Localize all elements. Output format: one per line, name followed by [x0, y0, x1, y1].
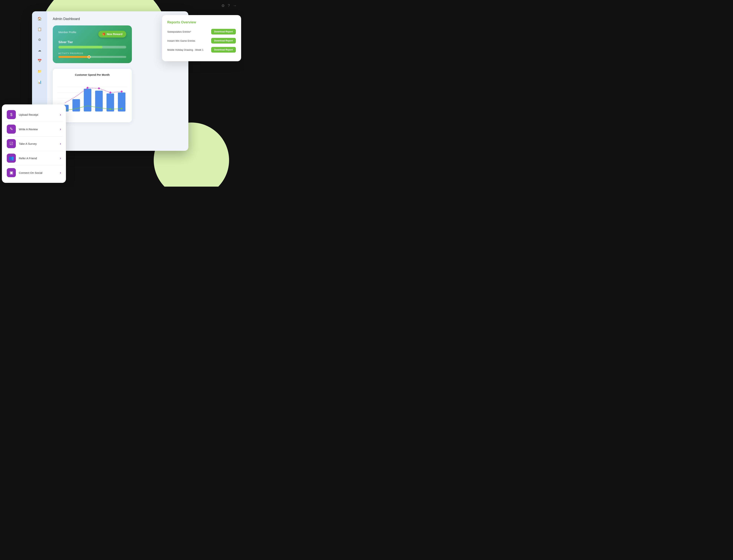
- connect-social-label: Connect On Social: [19, 171, 57, 174]
- reports-panel: Reports Overview Sweepstakes Entries* Do…: [162, 15, 241, 61]
- write-review-chevron: ›: [60, 127, 61, 131]
- svg-point-12: [98, 87, 100, 89]
- report-name-2: Instant Win Game Entries: [167, 39, 195, 42]
- svg-point-11: [87, 87, 89, 89]
- sidebar-item-cloud[interactable]: ☁: [36, 47, 43, 54]
- actions-panel: $ Upload Receipt › ✎ Write A Review › ☑ …: [2, 104, 66, 183]
- sidebar-item-analytics[interactable]: 📊: [36, 78, 43, 86]
- help-icon[interactable]: ?: [228, 3, 230, 8]
- tier-progress-fill: [58, 46, 103, 48]
- action-item-upload-receipt[interactable]: $ Upload Receipt ›: [5, 107, 63, 122]
- svg-point-14: [121, 91, 123, 93]
- report-name-1: Sweepstakes Entries*: [167, 30, 191, 33]
- connect-social-icon: ▣: [7, 168, 16, 177]
- action-item-write-review[interactable]: ✎ Write A Review ›: [5, 122, 63, 136]
- filter-icon[interactable]: ⚙: [221, 3, 225, 8]
- upload-receipt-icon: $: [7, 110, 16, 119]
- activity-label: Activity Progress: [58, 52, 126, 54]
- svg-rect-7: [84, 89, 91, 112]
- sidebar-item-folder[interactable]: 📁: [36, 68, 43, 75]
- upload-receipt-label: Upload Receipt: [19, 113, 57, 116]
- activity-thumb: [88, 55, 91, 58]
- svg-point-17: [121, 108, 123, 109]
- download-report-button-2[interactable]: Download Report: [211, 38, 236, 44]
- upload-receipt-chevron: ›: [60, 113, 61, 117]
- refer-friend-chevron: ›: [60, 156, 61, 160]
- member-label: Member Profile: [58, 31, 76, 34]
- new-reward-button[interactable]: 🎁 New Reward: [98, 31, 126, 38]
- write-review-label: Write A Review: [19, 128, 57, 131]
- sidebar-item-calendar[interactable]: 📅: [36, 57, 43, 64]
- download-report-button-3[interactable]: Download Report: [211, 47, 236, 53]
- svg-rect-8: [95, 91, 103, 112]
- svg-rect-6: [72, 99, 80, 111]
- reports-title: Reports Overview: [167, 20, 236, 24]
- report-row-2: Instant Win Game Entries Download Report: [167, 38, 236, 44]
- download-report-button-1[interactable]: Download Report: [211, 29, 236, 34]
- logout-icon[interactable]: →: [233, 3, 237, 8]
- chart-title: Customer Spend Per Month: [57, 73, 127, 76]
- report-name-3: Mobile Holiday Drawing - Week 1: [167, 48, 204, 51]
- sidebar-item-reports[interactable]: 📋: [36, 26, 43, 33]
- refer-friend-icon: 👥: [7, 154, 16, 163]
- write-review-icon: ✎: [7, 125, 16, 134]
- activity-progress-bar: [58, 56, 126, 58]
- sidebar-item-home[interactable]: 🏠: [36, 15, 43, 22]
- reward-icon: 🎁: [102, 33, 105, 36]
- chart-svg: [57, 79, 127, 117]
- take-survey-icon: ☑: [7, 139, 16, 148]
- action-item-refer-friend[interactable]: 👥 Refer A Friend ›: [5, 151, 63, 165]
- tier-progress-bar: [58, 46, 126, 48]
- member-card-top: Member Profile 🎁 New Reward: [58, 31, 126, 38]
- report-row-1: Sweepstakes Entries* Download Report: [167, 29, 236, 34]
- topbar-icons: ⚙ ? →: [221, 3, 237, 8]
- action-item-take-survey[interactable]: ☑ Take A Survey ›: [5, 136, 63, 151]
- report-row-3: Mobile Holiday Drawing - Week 1 Download…: [167, 47, 236, 53]
- take-survey-label: Take A Survey: [19, 142, 57, 145]
- connect-social-chevron: ›: [60, 171, 61, 175]
- activity-progress-fill: [58, 56, 89, 58]
- member-card: Member Profile 🎁 New Reward Silver Tier …: [53, 25, 132, 63]
- tier-label: Silver Tier: [58, 41, 126, 44]
- new-reward-label: New Reward: [107, 33, 123, 36]
- svg-point-13: [109, 92, 111, 93]
- svg-point-16: [110, 108, 111, 110]
- sidebar-item-settings[interactable]: ⚙: [36, 36, 43, 43]
- refer-friend-label: Refer A Friend: [19, 157, 57, 160]
- take-survey-chevron: ›: [60, 142, 61, 146]
- action-item-connect-social[interactable]: ▣ Connect On Social ›: [5, 165, 63, 180]
